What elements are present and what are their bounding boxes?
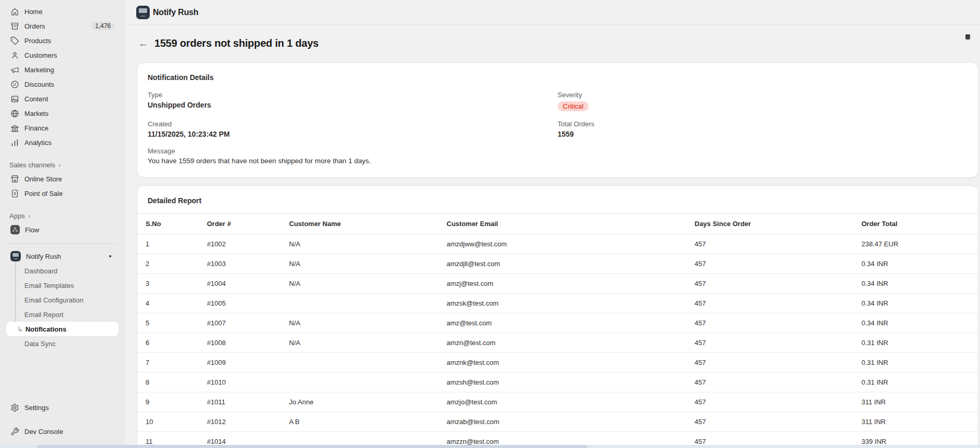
back-button[interactable]: ← (138, 38, 148, 48)
sidebar-item-customers[interactable]: Customers (6, 48, 119, 62)
cell-sno: 10 (137, 412, 199, 432)
cell-name (281, 294, 438, 313)
column-header-days: Days Since Order (686, 214, 853, 234)
field-type: Type Unshipped Orders (148, 91, 558, 111)
sidebar-item-notifications[interactable]: ↳ Notifications (6, 322, 119, 336)
chevron-right-icon: › (58, 161, 60, 169)
svg-text:$: $ (14, 191, 16, 196)
cell-days: 457 (686, 234, 853, 254)
cell-name: N/A (281, 313, 438, 333)
page-content: ← 1559 orders not shipped in 1 days Noti… (125, 25, 980, 448)
content-icon (10, 95, 19, 103)
sidebar-item-label: Notify Rush (26, 253, 61, 260)
markets-icon (10, 109, 19, 118)
notify-rush-app-icon (10, 251, 21, 261)
field-value: 11/15/2025, 10:23:42 PM (148, 130, 558, 138)
horizontal-scrollbar-thumb[interactable] (36, 445, 587, 448)
sidebar-divider (8, 243, 116, 244)
section-header-label: Sales channels (9, 161, 55, 169)
sidebar-item-label: Online Store (24, 175, 62, 183)
field-label: Total Orders (558, 120, 968, 128)
cell-name (281, 373, 438, 392)
horizontal-scrollbar[interactable] (0, 445, 980, 448)
sidebar-item-settings[interactable]: Settings (6, 400, 119, 415)
sidebar-item-label: Markets (24, 110, 48, 117)
cell-sno: 6 (137, 333, 199, 353)
page-heading-row: ← 1559 orders not shipped in 1 days (138, 37, 978, 49)
report-table-body: 1#1002N/Aamzdjww@test.com457238.47 EUR2#… (137, 234, 978, 448)
sidebar-item-dev-console[interactable]: Dev Console (6, 424, 119, 439)
sidebar-item-online-store[interactable]: Online Store (6, 172, 119, 186)
app-title: Notify Rush (153, 8, 199, 17)
column-header-total: Order Total (853, 214, 978, 234)
field-message: Message You have 1559 orders that have n… (148, 147, 968, 165)
cell-days: 457 (686, 294, 853, 313)
cell-total: 311 INR (853, 412, 978, 432)
vertical-scrollbar-thumb[interactable] (965, 34, 970, 39)
cell-email: amzab@test.com (438, 412, 686, 432)
sidebar-item-dashboard[interactable]: Dashboard (6, 263, 119, 278)
sidebar-item-discounts[interactable]: Discounts (6, 77, 119, 91)
cell-email: amzdjww@test.com (438, 234, 686, 254)
cell-order: #1009 (199, 353, 281, 373)
discounts-icon (10, 80, 19, 89)
table-row: 6#1008N/Aamzn@test.com4570.31 INR (137, 333, 978, 353)
column-header-sno: S.No (137, 214, 199, 234)
field-label: Created (148, 120, 558, 128)
sidebar-item-products[interactable]: Products (6, 33, 119, 48)
cell-order: #1010 (199, 373, 281, 392)
finance-icon (10, 124, 19, 133)
cell-total: 0.34 INR (853, 294, 978, 313)
cell-order: #1008 (199, 333, 281, 353)
sidebar-item-flow[interactable]: Flow (6, 222, 119, 237)
sidebar-item-point-of-sale[interactable]: $ Point of Sale (6, 186, 119, 201)
cell-days: 457 (686, 313, 853, 333)
sidebar-item-notify-rush[interactable]: Notify Rush (6, 249, 119, 263)
sales-channels-header[interactable]: Sales channels › (6, 158, 119, 172)
orders-count-badge: 1,476 (92, 22, 114, 30)
subitem-arrow-icon: ↳ (17, 325, 23, 333)
table-row: 10#1012A Bamzab@test.com457311 INR (137, 412, 978, 432)
sidebar-item-home[interactable]: Home (6, 4, 119, 19)
cell-email: amzsh@test.com (438, 373, 686, 392)
sidebar-item-finance[interactable]: Finance (6, 121, 119, 135)
sidebar-item-marketing[interactable]: Marketing (6, 62, 119, 77)
sidebar-item-label: Dev Console (24, 428, 63, 436)
detailed-report-card: Detailed Report S.NoOrder #Customer Name… (137, 186, 978, 448)
sidebar-item-email-templates[interactable]: Email Templates (6, 278, 119, 293)
sidebar-item-label: Discounts (24, 81, 54, 88)
sidebar-item-label: Products (24, 37, 51, 45)
app-topbar: Notify Rush (125, 0, 980, 25)
sidebar-item-markets[interactable]: Markets (6, 106, 119, 121)
cell-days: 457 (686, 333, 853, 353)
card-title: Notification Details (148, 73, 968, 82)
sidebar-item-data-sync[interactable]: Data Sync (6, 336, 119, 351)
cell-total: 0.34 INR (853, 254, 978, 274)
sidebar-item-email-configuration[interactable]: Email Configuration (6, 293, 119, 307)
notify-rush-subnav: Dashboard Email Templates Email Configur… (6, 263, 119, 351)
sidebar-item-content[interactable]: Content (6, 91, 119, 106)
table-row: 8#1010amzsh@test.com4570.31 INR (137, 373, 978, 392)
column-header-order: Order # (199, 214, 281, 234)
table-row: 4#1005amzsk@test.com4570.34 INR (137, 294, 978, 313)
apps-header[interactable]: Apps › (6, 209, 119, 222)
sidebar-item-orders[interactable]: Orders 1,476 (6, 19, 119, 33)
message-text: You have 1559 orders that have not been … (148, 157, 968, 165)
sidebar-item-email-report[interactable]: Email Report (6, 307, 119, 322)
cell-email: amzsk@test.com (438, 294, 686, 313)
cell-sno: 3 (137, 274, 199, 294)
wrench-icon (10, 427, 19, 436)
cell-order: #1002 (199, 234, 281, 254)
card-title: Detailed Report (137, 186, 978, 213)
cell-name: A B (281, 412, 438, 432)
cell-order: #1012 (199, 412, 281, 432)
section-header-label: Apps (9, 212, 25, 220)
sidebar-item-label: Settings (24, 404, 49, 412)
cell-total: 311 INR (853, 392, 978, 412)
column-header-email: Customer Email (438, 214, 686, 234)
app-root: Home Orders 1,476 Products Customers Mar… (0, 0, 980, 448)
cell-total: 0.34 INR (853, 313, 978, 333)
sidebar-item-label: Content (24, 95, 48, 103)
sidebar-item-analytics[interactable]: Analytics (6, 135, 119, 150)
cell-sno: 9 (137, 392, 199, 412)
